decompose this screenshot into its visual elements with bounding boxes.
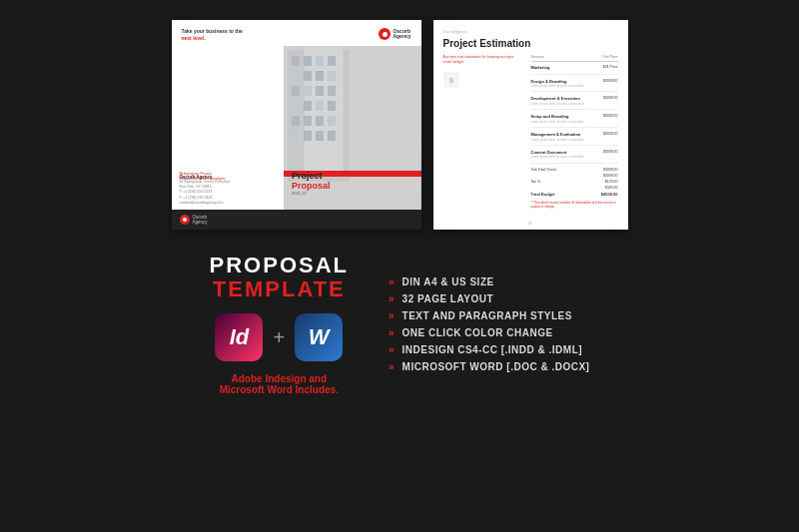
est-row-3-detail: Lorem ipsum dolor sit amet, consectetur — [531, 102, 584, 106]
est-row-4-detail: Lorem ipsum dolor sit amet, consectetur — [531, 120, 584, 124]
est-row-4-price: $3000.00 — [603, 114, 618, 118]
svg-rect-19 — [292, 116, 300, 126]
subtotal2-value: $3000.00 — [603, 174, 618, 178]
est-total-section: Sub Total Check $3000.00 $3000.00 Tax % … — [531, 168, 618, 197]
est-row-1-price: $24 Price — [603, 65, 618, 69]
est-intro: A project cost estimation for keeping a … — [443, 55, 523, 66]
word-icon: W — [295, 313, 343, 361]
feature-text-5: INDESIGN CS4-CC [.INDD & .IDML] — [402, 344, 583, 355]
total-row: Total Budget $4500.00 — [531, 192, 618, 197]
est-footnote: ** This above invoice includes all deliv… — [531, 201, 618, 209]
svg-rect-12 — [304, 86, 312, 96]
feature-text-3: TEXT AND PARAGRAPH STYLES — [402, 310, 572, 321]
indesign-letter: Id — [230, 324, 250, 350]
word-letter: W — [309, 324, 330, 350]
svg-rect-13 — [316, 86, 324, 96]
est-table-container: Services Unit Price Marketing $24 Price … — [531, 55, 618, 209]
feature-item-5: » INDESIGN CS4-CC [.INDD & .IDML] — [389, 344, 589, 355]
multipurpose-label: Multipurpose Project — [180, 172, 212, 176]
bottom-logo-sub: Agency — [193, 220, 208, 225]
bottom-left: PROPOSAL TEMPLATE Id + W Adobe Indesign … — [210, 254, 349, 395]
svg-rect-16 — [304, 101, 312, 111]
proposal-label: Project — [292, 171, 331, 181]
est-row-4-label: Setup and Branding Lorem ipsum dolor sit… — [531, 114, 584, 124]
est-title: Project Estimation — [443, 38, 618, 49]
svg-text:$: $ — [448, 76, 453, 85]
features-list: » DIN A4 & US SIZE » 32 PAGE LAYOUT » TE… — [389, 276, 589, 372]
proposal-text-overlay: Project Proposal 2021-22 — [292, 171, 331, 196]
feature-text-2: 32 PAGE LAYOUT — [402, 293, 493, 304]
svg-rect-4 — [304, 56, 312, 66]
subtotal2-row: $3000.00 — [531, 174, 618, 178]
svg-rect-24 — [304, 131, 312, 141]
bullet-2: » — [389, 293, 395, 304]
intro-start: A project — [443, 55, 458, 59]
svg-rect-21 — [316, 116, 324, 126]
table-header-total: Unit Price — [602, 55, 617, 59]
bullet-3: » — [389, 310, 395, 321]
bottom-logo-circle — [180, 215, 190, 225]
cover-logo-top: Oscorb Agency — [379, 28, 410, 40]
cover-tagline-block: Take your business to the next level. — [182, 28, 243, 42]
est-row-4: Setup and Branding Lorem ipsum dolor sit… — [531, 114, 618, 128]
discount-row: Tax % $123.00 — [531, 180, 618, 184]
bullet-6: » — [389, 361, 395, 372]
svg-rect-9 — [316, 71, 324, 81]
est-row-3-price: $3000.00 — [603, 96, 618, 100]
est-row-5: Management & Evaluation Lorem ipsum dolo… — [531, 132, 618, 146]
cover-bottom-bar: Oscorb Agency — [172, 210, 421, 230]
cover-top: Take your business to the next level. Os… — [172, 20, 421, 46]
est-row-5-label: Management & Evaluation Lorem ipsum dolo… — [531, 132, 584, 142]
icons-label: Adobe Indesign and Microsoft Word Includ… — [220, 373, 339, 395]
est-page-num: 02 — [528, 222, 532, 226]
svg-rect-25 — [316, 131, 324, 141]
feature-item-6: » MICROSOFT WORD [.DOC & .DOCX] — [389, 361, 589, 372]
est-intro-block: A project cost estimation for keeping a … — [443, 55, 523, 209]
proposal-sub: Proposal — [292, 181, 331, 191]
brochure-estimation: Oscorb Agency Project Estimation A proje… — [433, 20, 628, 230]
main-container: Take your business to the next level. Os… — [20, 20, 779, 395]
svg-rect-8 — [304, 71, 312, 81]
brochures-row: Take your business to the next level. Os… — [172, 20, 628, 230]
proposal-year: 2021-22 — [292, 191, 331, 196]
est-row-6-label: Content Document Lorem ipsum dolor sit a… — [531, 150, 584, 160]
indesign-icon: Id — [215, 313, 263, 361]
est-row-5-price: $3000.00 — [603, 132, 618, 136]
svg-rect-17 — [316, 101, 324, 111]
est-row-3: Development & Execution Lorem ipsum dolo… — [531, 96, 618, 110]
svg-rect-14 — [328, 86, 336, 96]
est-row-1: Marketing $24 Price — [531, 65, 618, 75]
feature-item-4: » ONE CLICK COLOR CHANGE — [389, 327, 589, 338]
svg-rect-3 — [292, 56, 300, 66]
plus-sign: + — [273, 326, 285, 349]
subtotal-label: Sub Total Check — [531, 168, 556, 172]
tax2-row: $345.00 — [531, 186, 618, 190]
feature-text-6: MICROSOFT WORD [.DOC & .DOCX] — [402, 361, 590, 372]
app-icons-row: Id + W — [215, 313, 343, 361]
cover-left-content: Oscorb Agency 46 Spongebob, Green Collec… — [172, 46, 285, 210]
cover-right-content: Project Proposal 2021-22 — [284, 46, 421, 210]
feature-item-1: » DIN A4 & US SIZE — [389, 276, 589, 287]
icons-label-pre: Adobe Indesign and — [232, 373, 328, 384]
feature-item-3: » TEXT AND PARAGRAPH STYLES — [389, 310, 589, 321]
tagline-text: Take your business to the — [182, 28, 243, 34]
cover-middle: Oscorb Agency 46 Spongebob, Green Collec… — [172, 46, 421, 210]
logo-circle-icon — [379, 28, 391, 40]
svg-rect-22 — [328, 116, 336, 126]
svg-rect-18 — [328, 101, 336, 111]
svg-rect-15 — [292, 101, 300, 111]
logo-sub: Agency — [393, 34, 410, 40]
est-row-6-price: $3000.00 — [603, 150, 618, 154]
svg-rect-5 — [316, 56, 324, 66]
svg-rect-11 — [292, 86, 300, 96]
email: contact@oscorbagency.com — [180, 201, 277, 206]
cover-tagline: Take your business to the next level. — [182, 28, 243, 42]
feature-item-2: » 32 PAGE LAYOUT — [389, 293, 589, 304]
total-value: $4500.00 — [601, 192, 618, 197]
est-row-3-label: Development & Execution Lorem ipsum dolo… — [531, 96, 584, 106]
est-icon: $ — [443, 72, 459, 88]
logo-text-block: Oscorb Agency — [393, 29, 410, 40]
feature-text-1: DIN A4 & US SIZE — [402, 276, 494, 287]
est-row-5-detail: Lorem ipsum dolor sit amet, consectetur — [531, 138, 584, 142]
feature-text-4: ONE CLICK COLOR CHANGE — [402, 327, 553, 338]
